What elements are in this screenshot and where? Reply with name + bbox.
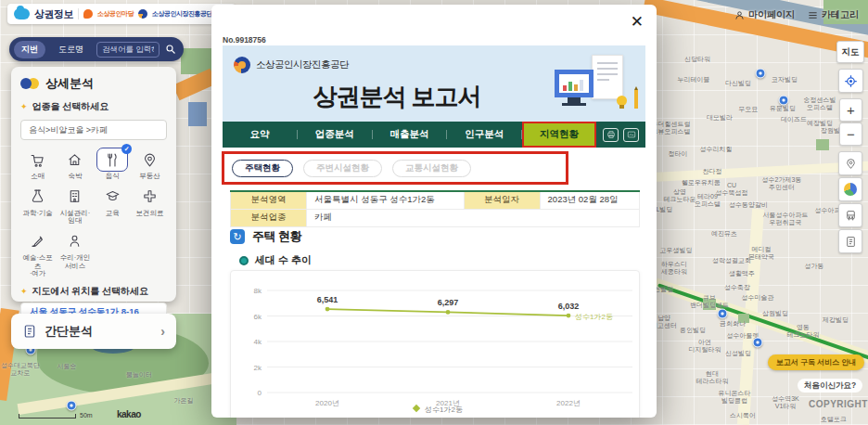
info-label: 분석일자 [464, 191, 540, 209]
report-tab-2[interactable]: 업종분석 [298, 122, 372, 148]
monitor-chart-icon [555, 70, 594, 97]
map-label: 예진뮤츠 [711, 230, 737, 238]
transit-button[interactable] [838, 203, 862, 227]
category-lodging[interactable]: 숙박 [57, 148, 92, 181]
subscription-callout[interactable]: 보고서 구독 서비스 안내 [768, 354, 864, 370]
first-time-tooltip[interactable]: 처음이신가요? [798, 379, 862, 393]
lightbulb-icon [617, 96, 627, 106]
gallery-button[interactable] [623, 128, 639, 142]
search-bar: 지번 도로명 [9, 37, 184, 61]
hamburger-icon [808, 10, 818, 20]
sparkle-icon: ✦ [20, 102, 28, 111]
report-tab-5[interactable]: 지역현황 [522, 122, 596, 148]
locate-button[interactable] [838, 69, 863, 93]
map-label: 성수동양갈비 [729, 201, 768, 209]
subtab-1[interactable]: 주택현황 [232, 160, 293, 177]
category-retail[interactable]: 소매 [20, 148, 55, 181]
roadview-button[interactable] [838, 177, 862, 201]
transit-marker[interactable] [779, 96, 789, 106]
svg-text:8k: 8k [254, 287, 262, 295]
category-button[interactable]: 카테고리 [808, 8, 859, 21]
map-label: 성가동 [805, 263, 824, 270]
bullet-circle-icon [239, 256, 249, 265]
zoom-out-button[interactable]: − [839, 122, 862, 146]
house-icon [67, 152, 83, 168]
report-tab-1[interactable]: 요약 [223, 122, 297, 148]
select-category-prompt: 업종을 선택하세요 [32, 100, 109, 113]
print-button[interactable] [603, 128, 619, 142]
report-tab-3[interactable]: 매출분석 [373, 122, 447, 148]
subtab-2[interactable]: 주변시설현황 [303, 160, 382, 177]
map-label: 헬로우유치움 [682, 179, 721, 187]
tab-road[interactable]: 도로명 [51, 41, 91, 58]
transit-marker[interactable] [756, 69, 766, 79]
poi-button[interactable] [838, 151, 862, 175]
category-facility[interactable]: 시설관리·임대 [57, 185, 92, 225]
report-tab-4[interactable]: 인구분석 [447, 122, 521, 148]
report-number: No.9918756 [223, 35, 266, 45]
zoom-in-button[interactable]: + [839, 98, 862, 122]
graduation-cap-icon [105, 188, 121, 204]
tab-jibun[interactable]: 지번 [14, 41, 45, 58]
cart-icon [30, 152, 45, 168]
report-doc-icon [845, 236, 857, 248]
partner1-label[interactable]: 소상공인마당 [97, 9, 134, 19]
category-food[interactable]: ✓ 음식 [96, 148, 130, 181]
report-shortcut-button[interactable] [838, 229, 862, 253]
person-icon [67, 233, 83, 249]
map-label: 무오묘 [739, 106, 759, 113]
map-label: 대모빌라 [707, 114, 733, 122]
check-badge-icon: ✓ [121, 144, 132, 154]
map-type-button[interactable]: 지도 [836, 41, 864, 63]
kakao-logo: kakao [117, 409, 141, 419]
subtab-3[interactable]: 교통시설현황 [392, 160, 471, 177]
map-label: 아연 디지털타워 [689, 339, 721, 354]
svg-text:6,032: 6,032 [558, 302, 580, 311]
map-road-horizontal [645, 161, 868, 183]
map-label: 신당타워 [684, 56, 710, 63]
map-label: 호텔포크 [821, 416, 847, 423]
transit-marker[interactable] [67, 401, 77, 411]
info-table: 분석영역서울특별시 성동구 성수1가2동분석일자2023년 02월 28일분석업… [230, 190, 640, 227]
map-label: 누리테이블 [678, 76, 710, 84]
mypage-button[interactable]: 마이페이지 [734, 8, 795, 21]
svg-text:6k: 6k [254, 313, 262, 321]
simple-analysis-panel[interactable]: 간단분석 › [11, 314, 176, 349]
category-arts[interactable]: 예술·스포츠 ·여가 [20, 229, 55, 278]
category-education[interactable]: 교육 [96, 185, 130, 225]
detail-analysis-title: 상세분석 [45, 75, 94, 92]
category-repair[interactable]: 수리·개인 서비스 [57, 229, 92, 278]
bus-icon [845, 210, 857, 222]
category-science[interactable]: 과학·기술 [20, 185, 55, 225]
search-input[interactable] [96, 42, 160, 58]
map-label: 유문빌딩 [770, 105, 796, 112]
map-label: 다신빌딩 [725, 80, 751, 87]
simple-analysis-title: 간단분석 [45, 323, 153, 340]
map-patch-blue [188, 102, 207, 126]
close-icon[interactable]: ✕ [631, 14, 644, 30]
toggle-icon[interactable] [20, 78, 39, 89]
category-label: 카테고리 [822, 8, 859, 21]
brand-bar: 상권정보 소상공인마당 소상공인시장진흥공단 [7, 4, 236, 24]
svg-text:2020년: 2020년 [315, 399, 339, 407]
map-label: 성수역3K V1타워 [772, 395, 799, 410]
transit-marker[interactable] [718, 309, 728, 319]
map-scale: 50m [19, 412, 93, 419]
brush-icon [30, 233, 45, 249]
roadview-icon [844, 183, 857, 196]
map-label: 청타이 [669, 150, 688, 158]
medical-cross-icon [142, 188, 158, 204]
map-label: 코자빌딩 [772, 76, 798, 84]
map-label: 성락성결교회 [712, 257, 751, 264]
svg-text:성수1가2동: 성수1가2동 [425, 406, 463, 414]
category-realestate[interactable]: 부동산 [133, 148, 167, 181]
partner2-label[interactable]: 소상공인시장진흥공단 [152, 9, 212, 19]
org-name: 소상공인시장진흥공단 [256, 58, 349, 71]
transit-marker[interactable] [753, 338, 763, 348]
mypage-label: 마이페이지 [748, 8, 795, 21]
search-icon[interactable] [165, 44, 176, 55]
svg-text:성수1가2동: 성수1가2동 [575, 313, 613, 321]
category-path-select[interactable]: 음식>비알코올 >카페 [20, 120, 167, 140]
section-arrow-icon: ↻ [230, 229, 245, 244]
category-health[interactable]: 보건의료 [133, 185, 167, 225]
